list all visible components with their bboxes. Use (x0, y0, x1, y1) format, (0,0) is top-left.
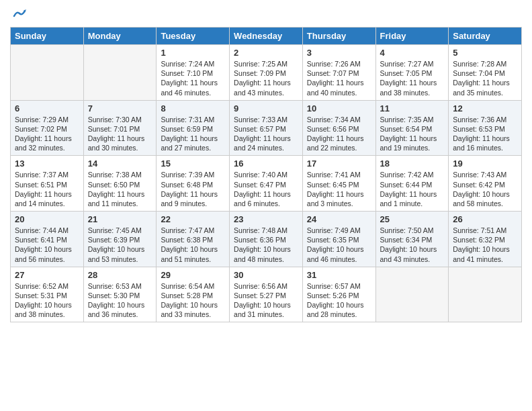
calendar-cell: 30Sunrise: 6:56 AM Sunset: 5:27 PM Dayli… (230, 267, 303, 322)
day-number: 3 (307, 48, 371, 58)
week-row-3: 13Sunrise: 7:37 AM Sunset: 6:51 PM Dayli… (11, 156, 522, 212)
calendar-cell: 23Sunrise: 7:48 AM Sunset: 6:36 PM Dayli… (230, 212, 303, 267)
calendar-cell: 22Sunrise: 7:47 AM Sunset: 6:38 PM Dayli… (157, 212, 230, 267)
calendar-cell: 24Sunrise: 7:49 AM Sunset: 6:35 PM Dayli… (302, 212, 375, 267)
week-row-2: 6Sunrise: 7:29 AM Sunset: 7:02 PM Daylig… (11, 100, 522, 156)
calendar-cell: 5Sunrise: 7:28 AM Sunset: 7:04 PM Daylig… (449, 45, 522, 101)
day-number: 5 (453, 48, 517, 58)
day-number: 17 (307, 158, 371, 169)
day-detail: Sunrise: 7:28 AM Sunset: 7:04 PM Dayligh… (453, 59, 517, 97)
day-detail: Sunrise: 7:34 AM Sunset: 6:56 PM Dayligh… (307, 115, 371, 153)
calendar-cell: 1Sunrise: 7:24 AM Sunset: 7:10 PM Daylig… (157, 45, 230, 101)
weekday-header-wednesday: Wednesday (230, 28, 303, 45)
calendar-cell: 7Sunrise: 7:30 AM Sunset: 7:01 PM Daylig… (83, 100, 157, 156)
day-detail: Sunrise: 7:31 AM Sunset: 6:59 PM Dayligh… (161, 115, 225, 153)
day-number: 23 (234, 214, 298, 224)
header (10, 7, 522, 21)
calendar-cell: 29Sunrise: 6:54 AM Sunset: 5:28 PM Dayli… (157, 267, 230, 322)
day-number: 18 (380, 158, 445, 169)
day-number: 16 (234, 158, 298, 169)
day-number: 4 (380, 48, 445, 58)
day-number: 22 (161, 214, 225, 224)
week-row-4: 20Sunrise: 7:44 AM Sunset: 6:41 PM Dayli… (11, 212, 522, 267)
day-detail: Sunrise: 7:40 AM Sunset: 6:47 PM Dayligh… (234, 170, 298, 208)
day-number: 28 (88, 270, 152, 280)
weekday-header-thursday: Thursday (302, 28, 375, 45)
day-number: 15 (161, 158, 225, 169)
logo-wave-icon (11, 7, 26, 21)
day-detail: Sunrise: 7:33 AM Sunset: 6:57 PM Dayligh… (234, 115, 298, 153)
calendar-cell: 28Sunrise: 6:53 AM Sunset: 5:30 PM Dayli… (83, 267, 157, 322)
calendar-cell: 25Sunrise: 7:50 AM Sunset: 6:34 PM Dayli… (375, 212, 449, 267)
calendar-cell: 2Sunrise: 7:25 AM Sunset: 7:09 PM Daylig… (230, 45, 303, 101)
calendar-cell: 18Sunrise: 7:42 AM Sunset: 6:44 PM Dayli… (375, 156, 449, 212)
calendar-cell: 19Sunrise: 7:43 AM Sunset: 6:42 PM Dayli… (449, 156, 522, 212)
calendar-cell: 20Sunrise: 7:44 AM Sunset: 6:41 PM Dayli… (11, 212, 84, 267)
day-number: 11 (380, 103, 445, 113)
calendar-cell: 6Sunrise: 7:29 AM Sunset: 7:02 PM Daylig… (11, 100, 84, 156)
calendar-cell: 12Sunrise: 7:36 AM Sunset: 6:53 PM Dayli… (449, 100, 522, 156)
day-detail: Sunrise: 7:39 AM Sunset: 6:48 PM Dayligh… (161, 170, 225, 208)
weekday-header-row: SundayMondayTuesdayWednesdayThursdayFrid… (11, 28, 522, 45)
day-detail: Sunrise: 7:48 AM Sunset: 6:36 PM Dayligh… (234, 226, 298, 264)
logo (10, 9, 26, 21)
day-number: 9 (234, 103, 298, 113)
weekday-header-friday: Friday (375, 28, 449, 45)
day-number: 14 (88, 158, 152, 169)
day-detail: Sunrise: 7:26 AM Sunset: 7:07 PM Dayligh… (307, 59, 371, 97)
day-detail: Sunrise: 6:57 AM Sunset: 5:26 PM Dayligh… (307, 281, 371, 320)
day-number: 8 (161, 103, 225, 113)
day-detail: Sunrise: 7:45 AM Sunset: 6:39 PM Dayligh… (88, 226, 152, 264)
day-detail: Sunrise: 7:30 AM Sunset: 7:01 PM Dayligh… (88, 115, 152, 153)
day-number: 2 (234, 48, 298, 58)
day-number: 13 (15, 158, 79, 169)
day-detail: Sunrise: 7:44 AM Sunset: 6:41 PM Dayligh… (15, 226, 79, 264)
day-detail: Sunrise: 7:50 AM Sunset: 6:34 PM Dayligh… (380, 226, 445, 264)
day-number: 12 (453, 103, 517, 113)
day-detail: Sunrise: 7:43 AM Sunset: 6:42 PM Dayligh… (453, 170, 517, 208)
calendar-cell (375, 267, 449, 322)
day-detail: Sunrise: 6:54 AM Sunset: 5:28 PM Dayligh… (161, 281, 225, 320)
day-detail: Sunrise: 7:49 AM Sunset: 6:35 PM Dayligh… (307, 226, 371, 264)
day-detail: Sunrise: 7:24 AM Sunset: 7:10 PM Dayligh… (161, 59, 225, 97)
calendar-cell: 17Sunrise: 7:41 AM Sunset: 6:45 PM Dayli… (302, 156, 375, 212)
calendar-cell: 8Sunrise: 7:31 AM Sunset: 6:59 PM Daylig… (157, 100, 230, 156)
day-detail: Sunrise: 7:47 AM Sunset: 6:38 PM Dayligh… (161, 226, 225, 264)
weekday-header-saturday: Saturday (449, 28, 522, 45)
calendar-cell: 16Sunrise: 7:40 AM Sunset: 6:47 PM Dayli… (230, 156, 303, 212)
day-detail: Sunrise: 7:35 AM Sunset: 6:54 PM Dayligh… (380, 115, 445, 153)
day-detail: Sunrise: 6:53 AM Sunset: 5:30 PM Dayligh… (88, 281, 152, 320)
week-row-1: 1Sunrise: 7:24 AM Sunset: 7:10 PM Daylig… (11, 45, 522, 101)
calendar-cell: 11Sunrise: 7:35 AM Sunset: 6:54 PM Dayli… (375, 100, 449, 156)
weekday-header-sunday: Sunday (11, 28, 84, 45)
day-number: 19 (453, 158, 517, 169)
day-number: 24 (307, 214, 371, 224)
calendar-cell: 4Sunrise: 7:27 AM Sunset: 7:05 PM Daylig… (375, 45, 449, 101)
day-number: 31 (307, 270, 371, 280)
day-detail: Sunrise: 7:29 AM Sunset: 7:02 PM Dayligh… (15, 115, 79, 153)
day-detail: Sunrise: 7:36 AM Sunset: 6:53 PM Dayligh… (453, 115, 517, 153)
day-detail: Sunrise: 7:41 AM Sunset: 6:45 PM Dayligh… (307, 170, 371, 208)
calendar-cell (11, 45, 84, 101)
calendar-cell: 31Sunrise: 6:57 AM Sunset: 5:26 PM Dayli… (302, 267, 375, 322)
day-number: 10 (307, 103, 371, 113)
day-number: 26 (453, 214, 517, 224)
day-detail: Sunrise: 7:37 AM Sunset: 6:51 PM Dayligh… (15, 170, 79, 208)
calendar-cell (83, 45, 157, 101)
day-number: 29 (161, 270, 225, 280)
day-detail: Sunrise: 7:38 AM Sunset: 6:50 PM Dayligh… (88, 170, 152, 208)
day-number: 21 (88, 214, 152, 224)
calendar-cell: 13Sunrise: 7:37 AM Sunset: 6:51 PM Dayli… (11, 156, 84, 212)
calendar-cell (449, 267, 522, 322)
day-number: 1 (161, 48, 225, 58)
day-number: 7 (88, 103, 152, 113)
day-detail: Sunrise: 7:27 AM Sunset: 7:05 PM Dayligh… (380, 59, 445, 97)
calendar-cell: 14Sunrise: 7:38 AM Sunset: 6:50 PM Dayli… (83, 156, 157, 212)
calendar-cell: 15Sunrise: 7:39 AM Sunset: 6:48 PM Dayli… (157, 156, 230, 212)
weekday-header-monday: Monday (83, 28, 157, 45)
day-number: 6 (15, 103, 79, 113)
calendar-table: SundayMondayTuesdayWednesdayThursdayFrid… (10, 27, 522, 322)
calendar-cell: 9Sunrise: 7:33 AM Sunset: 6:57 PM Daylig… (230, 100, 303, 156)
day-number: 30 (234, 270, 298, 280)
day-number: 27 (15, 270, 79, 280)
